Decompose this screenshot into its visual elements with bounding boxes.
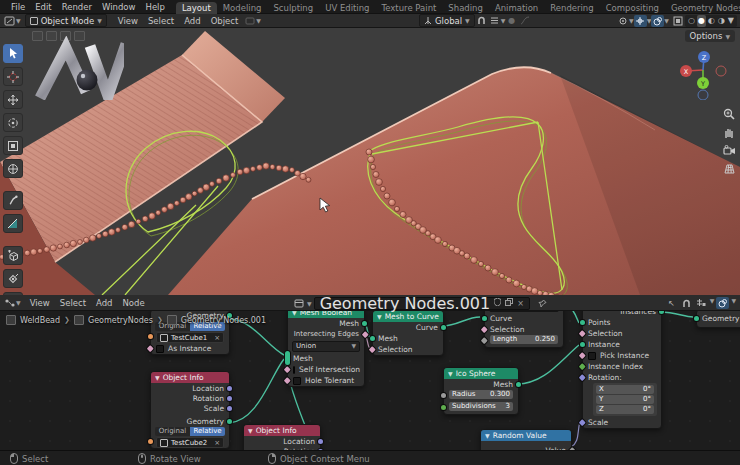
node-overlays-icon[interactable] [716,297,729,309]
object-field[interactable]: TestCube1× [156,332,224,343]
node-object-info-2[interactable]: ▼Object Info Location Rotation Scale Geo… [150,371,230,449]
node-mesh-boolean[interactable]: ▼Mesh Boolean Mesh Intersecting Edges Un… [287,306,365,387]
transform-widget-icon[interactable] [243,15,256,27]
snap-element-icon[interactable] [695,297,708,309]
menu-view[interactable]: View [113,16,143,26]
workspace-tab-layout[interactable]: Layout [176,2,217,14]
socket-curve-in[interactable] [482,316,487,321]
socket-mesh-out[interactable] [516,382,521,387]
menu-window[interactable]: Window [97,2,141,12]
node-header[interactable]: ▼Ico Sphere [444,368,518,379]
object-field[interactable]: TestCube2× [156,437,224,448]
tool-annotate[interactable] [3,191,23,210]
pin-icon[interactable] [536,298,549,310]
rotation-z-field[interactable]: Z0° [596,405,654,414]
workspace-tab-animation[interactable]: Animation [489,2,544,14]
fake-user-shield-icon[interactable] [494,298,501,309]
workspace-tab-texture-paint[interactable]: Texture Paint [376,2,443,14]
socket-rotation-out[interactable] [227,396,232,401]
node-menu-node[interactable]: Node [118,298,150,308]
tool-rotate[interactable] [3,113,23,132]
duplicate-icon[interactable] [505,298,513,309]
socket-location-out[interactable] [318,439,323,444]
chevron-down-icon[interactable]: ▼ [710,297,715,309]
socket-scale-out[interactable] [227,406,232,411]
node-header[interactable]: ▼Object Info [244,425,320,436]
mode-select[interactable]: Object Mode ▼ [25,14,107,27]
breadcrumb-modifier[interactable]: GeometryNodes [88,316,153,325]
gizmos-toggle-icon[interactable] [634,15,647,27]
perspective-grid-icon[interactable] [722,161,736,175]
tool-scale[interactable] [3,136,23,155]
socket-curve-out[interactable] [441,325,446,330]
node-menu-view[interactable]: View [25,298,55,308]
shading-rendered-icon[interactable]: ◑ [717,15,726,27]
zoom-icon[interactable] [722,107,736,121]
tool-measure[interactable] [3,214,23,233]
pick-instance-checkbox[interactable] [588,352,596,360]
options-button[interactable]: Options▼ [685,30,735,42]
browse-tree-icon[interactable] [292,298,305,310]
menu-help[interactable]: Help [140,2,169,12]
socket-mesh-in[interactable] [370,336,375,341]
socket-subdivisions-in[interactable] [441,405,446,410]
editor-type-node-button[interactable] [3,297,16,309]
chevron-down-icon[interactable]: ▼ [664,17,669,24]
socket-mesh-multi-in[interactable] [285,351,290,365]
menu-file[interactable]: File [6,2,30,12]
tool-cursor[interactable] [3,67,23,86]
chevron-down-icon[interactable]: ▼ [629,17,634,24]
workspace-tab-shading[interactable]: Shading [442,2,489,14]
chevron-down-icon[interactable]: ▼ [16,299,21,306]
pivot-point-icon[interactable] [616,15,629,27]
rotation-y-field[interactable]: Y0° [596,395,654,404]
node-group-output[interactable]: Geometry [696,309,740,328]
chevron-down-icon[interactable]: ▼ [256,17,261,24]
socket-points-in[interactable] [580,320,585,325]
socket-geometry-out[interactable] [227,419,232,424]
original-button[interactable]: Original [155,427,190,436]
chevron-down-icon[interactable]: ▼ [727,15,735,27]
xray-toggle-icon[interactable] [672,15,685,27]
proportional-falloff-icon[interactable] [518,15,531,27]
shading-material-icon[interactable]: ◐ [707,15,716,27]
clear-icon[interactable]: × [214,439,220,447]
node-instance-on-points[interactable]: Instances Points Selection Instance Pick… [582,305,662,429]
menu-edit[interactable]: Edit [30,2,56,12]
socket-rotation-out[interactable] [318,449,323,450]
snap-settings-icon[interactable] [488,15,501,27]
pan-hand-icon[interactable] [722,125,736,139]
hole-tolerant-checkbox[interactable] [293,377,301,385]
workspace-tab-compositing[interactable]: Compositing [600,2,665,14]
length-field[interactable]: Length0.250 [490,335,558,344]
node-snap-magnet-icon[interactable] [680,297,693,309]
subdivisions-field[interactable]: Subdivisions3 [449,402,513,411]
tool-add-cube[interactable] [3,246,23,265]
node-mesh-to-curve[interactable]: ▼Mesh to Curve Curve Mesh Selection [372,310,444,356]
menu-select[interactable]: Select [143,16,179,26]
socket-mesh-out[interactable] [362,321,367,326]
snap-magnet-icon[interactable] [475,15,488,27]
socket-instance-in[interactable] [580,342,585,347]
clear-icon[interactable]: × [214,334,220,342]
workspace-tab-rendering[interactable]: Rendering [544,2,599,14]
tool-select-box[interactable] [3,44,23,63]
node-random-value[interactable]: ▼Random Value Value [480,429,572,450]
socket-radius-in[interactable] [441,393,446,398]
go-to-parent-icon[interactable]: ↖ [665,297,678,309]
workspace-tab-modeling[interactable]: Modeling [217,2,268,14]
socket-geometry-in[interactable] [694,316,699,321]
shading-wireframe-icon[interactable]: ○ [687,15,696,27]
workspace-tab-uv-editing[interactable]: UV Editing [319,2,375,14]
radius-field[interactable]: Radius0.300 [449,390,513,399]
tool-move[interactable] [3,90,23,109]
chevron-down-icon[interactable]: ▼ [731,297,736,309]
socket-object-in[interactable] [148,439,153,444]
chevron-down-icon[interactable]: ▼ [16,17,21,24]
geometry-nodes-editor[interactable]: ▼ View Select Add Node ▼ Geometry Nodes.… [0,295,740,450]
breadcrumb-object[interactable]: WeldBead [20,316,60,325]
editor-type-3d-viewport-button[interactable] [3,15,16,27]
chevron-down-icon[interactable]: ▼ [307,300,312,307]
as-instance-checkbox[interactable] [156,345,164,353]
self-intersection-checkbox[interactable] [293,366,295,374]
